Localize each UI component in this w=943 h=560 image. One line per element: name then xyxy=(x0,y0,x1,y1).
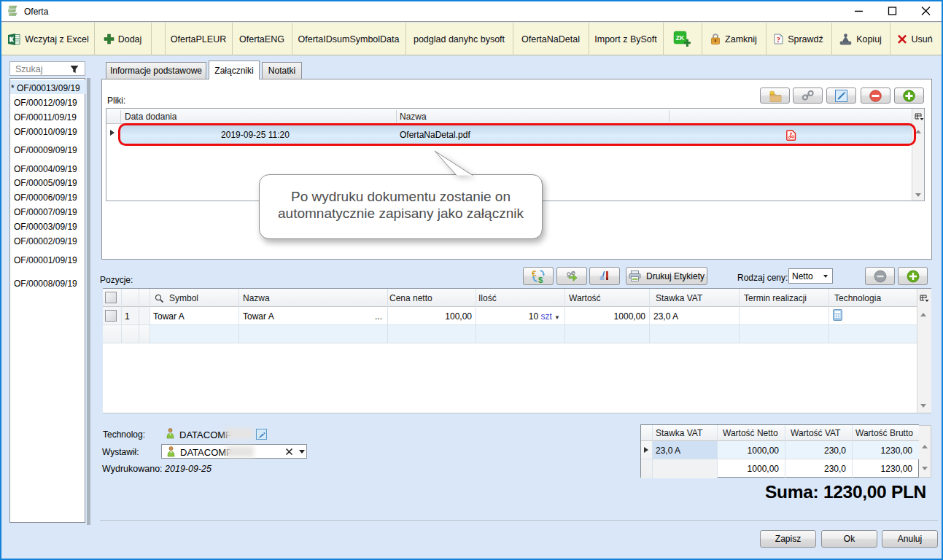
svg-text:$: $ xyxy=(538,276,543,283)
svg-text:?: ? xyxy=(777,35,781,44)
svg-text:€: € xyxy=(532,269,537,278)
svg-text:ZK: ZK xyxy=(676,34,685,42)
